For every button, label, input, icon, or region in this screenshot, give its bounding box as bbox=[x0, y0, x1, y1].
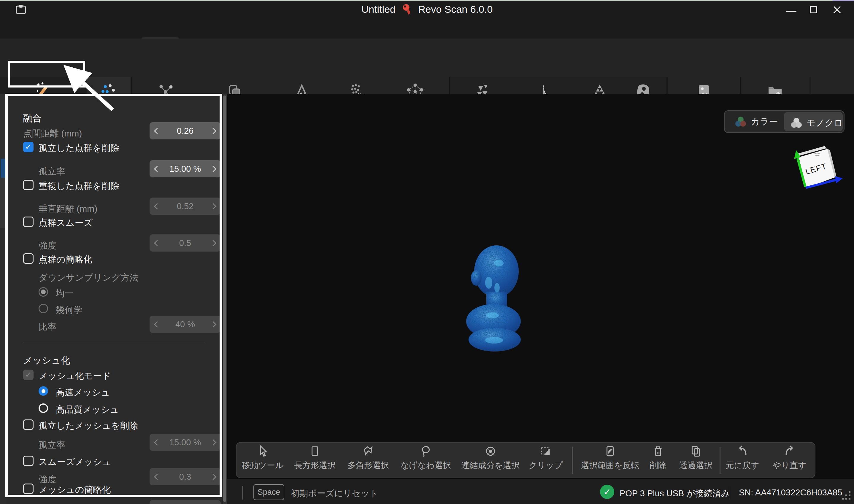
remove-isolated-mesh-label[interactable]: 孤立したメッシュを削除 bbox=[39, 420, 138, 432]
section-meshing: メッシュ化 bbox=[23, 354, 70, 367]
redo-button[interactable]: やり直す bbox=[751, 444, 828, 471]
mono-circles-icon bbox=[790, 117, 802, 129]
smooth-mesh-checkbox[interactable] bbox=[23, 456, 34, 466]
partial-stepper[interactable] bbox=[149, 500, 221, 504]
dock-segment bbox=[0, 94, 6, 159]
point-simplify-label[interactable]: 点群の簡略化 bbox=[39, 254, 92, 266]
remove-duplicated-points-label[interactable]: 重複した点群を削除 bbox=[39, 180, 119, 192]
connected-component-icon bbox=[484, 444, 497, 458]
mesh-isolation-rate-stepper[interactable]: 15.00 % bbox=[149, 434, 221, 451]
navigation-cube[interactable]: LEFT bbox=[786, 142, 849, 194]
document-title: Untitled bbox=[361, 3, 395, 15]
panel-scrollbar-thumb[interactable] bbox=[223, 95, 226, 502]
render-mode-toggle: カラー モノクロ bbox=[724, 110, 844, 133]
device-connected-icon: ✓ bbox=[600, 485, 614, 499]
space-key-badge: Space bbox=[253, 484, 284, 500]
fast-mesh-label[interactable]: 高速メッシュ bbox=[56, 386, 110, 399]
mesh-mode-checkbox[interactable]: ✓ bbox=[23, 370, 34, 380]
increment-icon[interactable] bbox=[210, 321, 216, 327]
minimize-button[interactable] bbox=[786, 11, 797, 12]
remove-isolated-points-label[interactable]: 孤立した点群を削除 bbox=[39, 142, 119, 154]
color-circles-icon bbox=[735, 116, 747, 128]
smooth-strength-label: 強度 bbox=[39, 240, 56, 252]
isolation-rate-stepper[interactable]: 15.00 % bbox=[149, 160, 221, 177]
section-fusion: 融合 bbox=[23, 112, 41, 125]
through-selection-icon bbox=[689, 444, 703, 458]
downsampling-method-label: ダウンサンプリング方法 bbox=[39, 272, 138, 284]
vertical-distance-label: 垂直距離 (mm) bbox=[39, 203, 97, 215]
color-mode-button[interactable]: カラー bbox=[735, 111, 778, 132]
remove-isolated-points-checkbox[interactable]: ✓ bbox=[23, 142, 34, 152]
clip-icon bbox=[539, 444, 553, 458]
undo-icon bbox=[735, 444, 749, 458]
ratio-stepper[interactable]: 40 % bbox=[149, 316, 221, 333]
invert-selection-icon bbox=[603, 444, 617, 458]
statusbar-separator bbox=[729, 486, 729, 500]
dock-segment-active bbox=[1, 159, 6, 178]
statusbar-separator bbox=[242, 486, 243, 500]
point-smooth-checkbox[interactable] bbox=[23, 217, 34, 227]
redo-icon bbox=[783, 444, 797, 458]
increment-icon[interactable] bbox=[210, 128, 216, 134]
one-click-settings-panel: 融合 点間距離 (mm) 0.26 ✓ 孤立した点群を削除 孤立率 15.00 … bbox=[6, 94, 222, 504]
move-tool-icon bbox=[256, 444, 269, 458]
resize-grip[interactable] bbox=[842, 491, 851, 500]
panel-scrollbar[interactable] bbox=[223, 94, 227, 504]
app-title: Revo Scan 6.0.0 bbox=[418, 3, 493, 15]
point-distance-stepper[interactable]: 0.26 bbox=[149, 122, 221, 140]
point-simplify-checkbox[interactable] bbox=[23, 253, 34, 264]
device-status: POP 3 Plus USB が接続済み bbox=[620, 488, 730, 500]
increment-icon[interactable] bbox=[210, 473, 216, 480]
uniform-radio[interactable] bbox=[39, 287, 48, 296]
mesh-strength-stepper[interactable]: 0.3 bbox=[149, 468, 221, 485]
dock-segment bbox=[0, 178, 6, 228]
remove-isolated-mesh-checkbox[interactable] bbox=[23, 419, 34, 430]
serial-number: SN: AA4710322C6H03A85 bbox=[739, 488, 842, 498]
scan-model-bust[interactable] bbox=[461, 242, 533, 355]
smooth-strength-stepper[interactable]: 0.5 bbox=[149, 234, 221, 252]
mesh-mode-label[interactable]: メッシュ化モード bbox=[39, 370, 111, 382]
rectangle-select-icon bbox=[308, 444, 322, 458]
window-title: Untitled Revo Scan 6.0.0 bbox=[361, 3, 493, 15]
isolation-rate-label: 孤立率 bbox=[39, 165, 65, 178]
left-dock-strip[interactable] bbox=[0, 94, 6, 504]
polygon-select-icon bbox=[361, 444, 375, 458]
space-hint: 初期ポーズにリセット bbox=[291, 488, 378, 500]
smooth-mesh-label[interactable]: スムーズメッシュ bbox=[39, 456, 111, 468]
ratio-label: 比率 bbox=[39, 321, 56, 333]
vertical-distance-stepper[interactable]: 0.52 bbox=[149, 198, 221, 215]
close-button[interactable] bbox=[833, 5, 841, 14]
uniform-label[interactable]: 均一 bbox=[56, 287, 74, 300]
mono-label: モノクロ bbox=[806, 117, 843, 129]
app-window-icon bbox=[15, 4, 27, 15]
remove-duplicated-points-checkbox[interactable] bbox=[23, 180, 34, 190]
mesh-simplify-checkbox[interactable] bbox=[23, 484, 34, 494]
titlebar: Untitled Revo Scan 6.0.0 bbox=[0, 1, 854, 18]
mesh-isolation-rate-label: 孤立率 bbox=[39, 439, 65, 451]
fast-mesh-radio[interactable] bbox=[39, 386, 48, 396]
point-distance-label: 点間距離 (mm) bbox=[23, 128, 82, 140]
geometry-radio[interactable] bbox=[39, 304, 48, 313]
section-divider bbox=[23, 342, 205, 342]
increment-icon[interactable] bbox=[210, 439, 216, 445]
point-smooth-label[interactable]: 点群スムーズ bbox=[39, 217, 93, 229]
mono-mode-button[interactable]: モノクロ bbox=[790, 112, 843, 133]
main-toolbar: 1クリック... 融合 0.26mm 孤立データ 15% オーバーラ... 0.… bbox=[0, 39, 854, 94]
increment-icon[interactable] bbox=[210, 203, 216, 209]
geometry-label[interactable]: 幾何学 bbox=[56, 304, 83, 316]
increment-icon[interactable] bbox=[210, 165, 216, 172]
menubar: ファイル スキャン 編集 ビュー ヘルプ bbox=[0, 18, 854, 39]
color-label: カラー bbox=[751, 116, 778, 128]
increment-icon[interactable] bbox=[210, 240, 216, 246]
lasso-select-icon bbox=[419, 444, 433, 458]
maximize-button[interactable] bbox=[810, 6, 817, 13]
quality-mesh-radio[interactable] bbox=[39, 403, 48, 413]
mesh-simplify-label[interactable]: メッシュの簡略化 bbox=[39, 484, 111, 496]
quality-mesh-label[interactable]: 高品質メッシュ bbox=[56, 404, 119, 416]
revoscan-logo-icon bbox=[402, 3, 412, 15]
